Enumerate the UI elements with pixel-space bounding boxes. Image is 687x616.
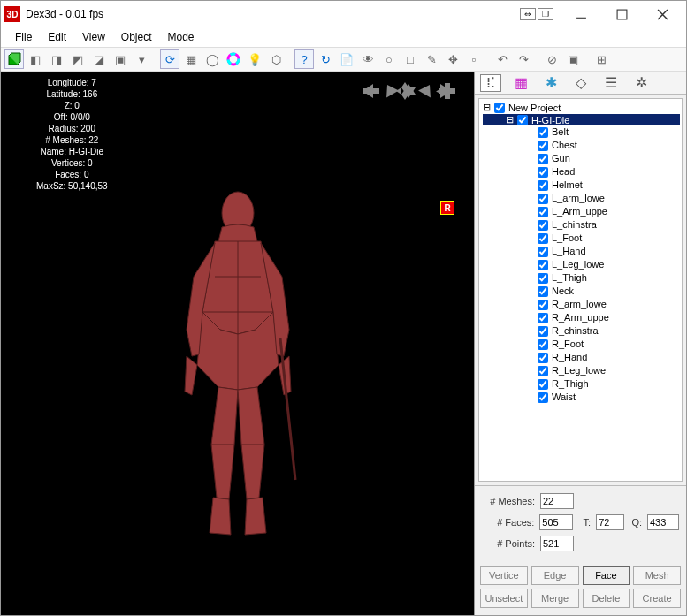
collapse-icon[interactable]: ⊟ <box>506 114 514 125</box>
tree-item[interactable]: Belt <box>483 125 680 139</box>
tree-item[interactable]: L_chinstra <box>483 218 680 232</box>
tree-item[interactable]: R_Leg_lowe <box>483 364 680 377</box>
nav-down-right-icon[interactable] <box>433 80 454 102</box>
item-checkbox[interactable] <box>538 339 548 350</box>
menu-edit[interactable]: Edit <box>48 31 66 43</box>
unselect-button[interactable]: Unselect <box>480 589 528 608</box>
item-checkbox[interactable] <box>538 379 548 390</box>
t-input[interactable] <box>596 514 624 530</box>
tool-cube4-icon[interactable]: ◩ <box>68 49 88 69</box>
tree-item[interactable]: L_arm_lowe <box>483 192 680 205</box>
tool-arrows-icon[interactable]: ⇔ <box>520 8 536 20</box>
item-checkbox[interactable] <box>538 180 548 191</box>
item-checkbox[interactable] <box>538 127 548 138</box>
tab-hierarchy-icon[interactable]: ⁞⁚ <box>480 74 501 92</box>
tool-box-icon[interactable]: ▦ <box>181 49 201 69</box>
item-checkbox[interactable] <box>517 115 528 125</box>
menu-view[interactable]: View <box>82 31 105 43</box>
item-checkbox[interactable] <box>538 392 548 403</box>
tool-color-icon[interactable] <box>224 49 243 69</box>
item-checkbox[interactable] <box>538 366 548 376</box>
item-checkbox[interactable] <box>538 233 548 244</box>
tree-item[interactable]: Gun <box>483 152 680 165</box>
window-extra-buttons[interactable]: ⇔ ❐ <box>520 8 553 20</box>
tree-item[interactable]: Chest <box>483 139 680 152</box>
tree-item[interactable]: L_Hand <box>483 245 680 258</box>
q-input[interactable] <box>647 514 679 530</box>
3d-viewport[interactable]: Longitude: 7 Latitude: 166 Z: 0 Off: 0/0… <box>1 72 474 615</box>
vertice-button[interactable]: Vertice <box>480 566 528 585</box>
tree-item-selected[interactable]: ⊟ H-GI-Die <box>483 114 680 125</box>
close-button[interactable] <box>642 1 683 27</box>
tool-dropdown-icon[interactable]: ▾ <box>132 49 151 69</box>
delete-button[interactable]: Delete <box>583 589 630 608</box>
create-button[interactable]: Create <box>633 589 681 608</box>
mesh-button[interactable]: Mesh <box>633 566 681 585</box>
points-input[interactable] <box>540 536 574 551</box>
tree-item[interactable]: Waist <box>483 391 680 404</box>
tree-item[interactable]: Neck <box>483 285 680 298</box>
item-checkbox[interactable] <box>538 273 548 284</box>
tab-gear-icon[interactable]: ✲ <box>630 74 652 92</box>
item-checkbox[interactable] <box>538 247 548 257</box>
tree-item[interactable]: R_chinstra <box>483 324 680 338</box>
tree-item[interactable]: R_Hand <box>483 351 680 364</box>
tree-item[interactable]: L_Leg_lowe <box>483 258 680 271</box>
tool-sm1-icon[interactable]: ▫ <box>464 49 484 69</box>
minimize-button[interactable] <box>561 1 601 27</box>
tree-item[interactable]: R_Foot <box>483 338 680 351</box>
edge-button[interactable]: Edge <box>531 566 579 585</box>
tool-move-icon[interactable]: ✥ <box>443 49 462 69</box>
tree-item[interactable]: L_Arm_uppe <box>483 205 680 218</box>
maximize-button[interactable] <box>601 1 642 27</box>
tab-shape-icon[interactable]: ◇ <box>570 74 592 92</box>
item-checkbox[interactable] <box>538 286 548 297</box>
item-checkbox[interactable] <box>538 313 548 323</box>
tree-item[interactable]: R_arm_lowe <box>483 298 680 311</box>
tree-root[interactable]: ⊟ New Project <box>483 101 680 114</box>
tool-last-icon[interactable]: ⊞ <box>592 49 611 69</box>
menu-file[interactable]: File <box>15 31 32 43</box>
tab-grid-icon[interactable]: ▦ <box>510 74 531 92</box>
tool-sel-icon[interactable]: ▣ <box>563 49 583 69</box>
item-checkbox[interactable] <box>538 300 548 310</box>
item-checkbox[interactable] <box>538 167 548 178</box>
tool-pencil-icon[interactable]: ✎ <box>422 49 441 69</box>
item-checkbox[interactable] <box>538 141 548 151</box>
item-checkbox[interactable] <box>538 207 548 217</box>
collapse-icon[interactable]: ⊟ <box>483 102 491 113</box>
item-checkbox[interactable] <box>538 194 548 204</box>
tool-refresh-icon[interactable]: ↻ <box>316 49 335 69</box>
tool-cube5-icon[interactable]: ◪ <box>89 49 109 69</box>
item-checkbox[interactable] <box>538 220 548 231</box>
tool-bulb-icon[interactable]: 💡 <box>245 49 264 69</box>
item-checkbox[interactable] <box>538 326 548 337</box>
tool-cube-icon[interactable] <box>4 49 24 69</box>
tool-help-icon[interactable]: ? <box>294 49 314 69</box>
nav-minus-icon[interactable] <box>361 80 382 102</box>
tool-doc-icon[interactable]: 📄 <box>337 49 356 69</box>
tool-cube2-icon[interactable]: ◧ <box>26 49 45 69</box>
faces-input[interactable] <box>539 514 573 530</box>
tool-redo-icon[interactable]: ↷ <box>514 49 533 69</box>
item-checkbox[interactable] <box>538 353 548 363</box>
root-checkbox[interactable] <box>494 103 505 113</box>
meshes-input[interactable] <box>540 493 574 509</box>
face-button[interactable]: Face <box>583 566 630 585</box>
tree-item[interactable]: R_Thigh <box>483 377 680 391</box>
tree-item[interactable]: L_Thigh <box>483 271 680 285</box>
tool-nosel-icon[interactable]: ⊘ <box>542 49 561 69</box>
tool-circle-icon[interactable]: ◯ <box>202 49 222 69</box>
tree-item[interactable]: Head <box>483 165 680 179</box>
hierarchy-tree[interactable]: ⊟ New Project ⊟ H-GI-Die Belt Chest Gun … <box>478 98 683 482</box>
tree-item[interactable]: L_Foot <box>483 232 680 245</box>
tool-square-icon[interactable]: □ <box>401 49 420 69</box>
tool-circle2-icon[interactable]: ○ <box>379 49 399 69</box>
item-checkbox[interactable] <box>538 154 548 164</box>
tool-window-icon[interactable]: ❐ <box>538 8 553 20</box>
nav-down-icon[interactable] <box>398 80 419 102</box>
tab-layers-icon[interactable]: ☰ <box>600 74 622 92</box>
tool-undo-icon[interactable]: ↶ <box>492 49 512 69</box>
menu-object[interactable]: Object <box>121 31 152 43</box>
menu-mode[interactable]: Mode <box>168 31 195 43</box>
